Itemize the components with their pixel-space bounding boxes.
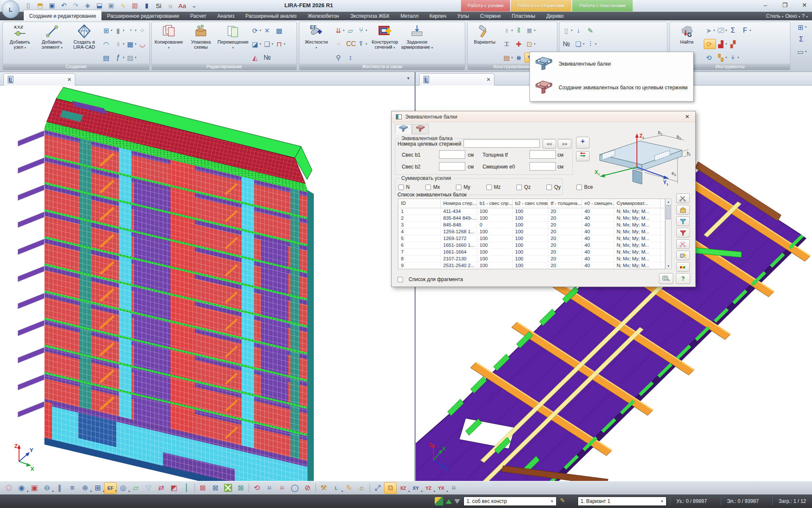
- sum2-icon[interactable]: Σ: [796, 35, 807, 44]
- loadcase-select[interactable]: 1. соб вес констр▼: [464, 497, 557, 506]
- ribbon-tab[interactable]: Создание и редактирование: [24, 10, 102, 20]
- undo-icon[interactable]: ↶: [59, 1, 69, 10]
- lines4-icon[interactable]: ⫶▾: [585, 39, 598, 49]
- menu-item[interactable]: Стиль ▾: [766, 12, 783, 20]
- red-beam-icon[interactable]: ⊓▾: [274, 39, 286, 49]
- book-icon[interactable]: ⬓: [95, 1, 104, 10]
- sum-checkbox[interactable]: Mx: [425, 184, 440, 190]
- axes-view-icon[interactable]: ⤢: [371, 482, 384, 494]
- menu-item[interactable]: ? ▾: [802, 12, 808, 20]
- fd-icon[interactable]: F▾: [740, 25, 752, 36]
- ribbon-tab[interactable]: Анализ: [212, 12, 240, 20]
- cylinder-icon[interactable]: ▮▾: [113, 25, 126, 36]
- ribbon-tab[interactable]: Стержни: [475, 12, 506, 20]
- dialog-tab-red-beam[interactable]: [412, 124, 429, 134]
- new-document-icon[interactable]: ▯: [24, 1, 33, 10]
- dialog-titlebar[interactable]: Эквивалентные балки ✕: [392, 111, 695, 122]
- column-header[interactable]: e0 - смещен...: [582, 199, 614, 208]
- ribbon-button[interactable]: Копирование ▾: [153, 23, 185, 63]
- num12-icon[interactable]: ⑵▾: [716, 25, 728, 36]
- stamp-icon[interactable]: ⊡▾: [524, 39, 538, 49]
- zoom-x-icon[interactable]: ⊘: [301, 482, 314, 494]
- table-row[interactable]: 51269-12721001002040N; Mx; My; M...: [398, 235, 665, 242]
- minus-icon[interactable]: ▭▾: [796, 47, 808, 56]
- bricks-icon[interactable]: ▤▾: [502, 52, 514, 63]
- numbering-icon[interactable]: №: [262, 52, 274, 63]
- yz-view-icon[interactable]: YZ▾: [422, 482, 435, 494]
- gridsel-icon[interactable]: ⊞▾: [91, 482, 104, 494]
- colorbar-button[interactable]: [676, 262, 690, 272]
- pluspen-icon[interactable]: ✚: [514, 39, 524, 49]
- ribbon-tab[interactable]: Железобетон: [302, 12, 344, 20]
- frame-nodes-icon[interactable]: ▣: [28, 482, 41, 494]
- tab-list-dropdown-icon[interactable]: ▼: [406, 76, 410, 80]
- gear-icon[interactable]: ☼: [166, 1, 175, 10]
- ribbon-tab[interactable]: Дерево: [541, 12, 569, 20]
- table-row[interactable]: 92531-2540 2...1001002040N; Mx; My; M...: [398, 262, 665, 269]
- minimize-button[interactable]: –: [761, 2, 770, 8]
- convert-button[interactable]: [676, 251, 690, 260]
- loads-icon[interactable]: ⇊▾: [333, 25, 346, 36]
- grid-red-icon[interactable]: ▞: [728, 39, 740, 49]
- xy-view-icon[interactable]: XY▾: [409, 482, 422, 494]
- maximize-button[interactable]: ❐: [781, 2, 789, 8]
- b1-input[interactable]: [439, 150, 465, 159]
- render-icon[interactable]: ◈: [83, 1, 92, 10]
- e0-input[interactable]: [529, 162, 556, 171]
- table-scrollbar[interactable]: ▲ ▼: [665, 199, 672, 269]
- mirror-icon[interactable]: ◪▾: [250, 39, 262, 49]
- ibeam-icon[interactable]: Ɪ: [502, 39, 514, 49]
- spring2-icon[interactable]: ⍭▾: [728, 52, 740, 63]
- select-icon[interactable]: ▩: [274, 25, 286, 36]
- pages2-icon[interactable]: ❏▾: [573, 39, 586, 49]
- table-row[interactable]: 41259-1268 1...1001002040N; Mx; My; M...: [398, 229, 665, 235]
- proj-icon[interactable]: ⌗: [447, 482, 460, 494]
- more-icon[interactable]: ⌄: [189, 1, 199, 10]
- column-header[interactable]: Суммироват...: [614, 199, 661, 208]
- app-logo-icon[interactable]: L: [2, 0, 19, 18]
- zfxy-icon[interactable]: ƒ▾: [113, 52, 126, 63]
- xz-view-icon[interactable]: XZ▾: [397, 482, 409, 494]
- loadcase-up-icon[interactable]: [446, 499, 452, 504]
- horizontal-icon[interactable]: ≡: [66, 482, 79, 494]
- flip-icon[interactable]: ⇄: [155, 482, 167, 494]
- loadsdown-icon[interactable]: ↓: [573, 25, 586, 36]
- cc12-icon[interactable]: CC: [346, 39, 356, 49]
- target-bars-input[interactable]: [464, 139, 540, 148]
- table-row[interactable]: 1411-4341001002040N; Mx; My; M...: [398, 208, 665, 215]
- menu-item[interactable]: Окно ▾: [785, 12, 800, 20]
- bars-icon[interactable]: ⫴: [514, 25, 524, 36]
- ribbon-tab[interactable]: Пластины: [506, 12, 541, 20]
- anchor-icon[interactable]: ⍒▾: [356, 39, 368, 49]
- cube-icon[interactable]: ⬨▾: [502, 25, 514, 36]
- ypin-icon[interactable]: ⑂▾: [356, 25, 368, 36]
- window-x2-icon[interactable]: ⊠: [234, 482, 247, 494]
- sum-checkbox[interactable]: My: [456, 184, 470, 190]
- dialog-tab-blue-beam[interactable]: [395, 124, 412, 134]
- close-view-icon[interactable]: ✕: [486, 77, 491, 83]
- funnel-icon[interactable]: ▽: [142, 482, 155, 494]
- column-header[interactable]: ID: [398, 199, 441, 208]
- table-row[interactable]: 2835-844 849-...1001002040N; Mx; My; M..…: [398, 215, 665, 222]
- save-icon[interactable]: ▣: [47, 1, 57, 10]
- dashed-plate-icon[interactable]: ▨▾: [125, 52, 137, 63]
- element-tool-icon[interactable]: ⊖▾: [41, 482, 53, 494]
- sep[interactable]: [368, 482, 371, 494]
- ribbon-button[interactable]: Перемещение ▾: [217, 23, 249, 63]
- sum-checkbox[interactable]: Qy: [546, 184, 560, 190]
- viewport-left-canvas[interactable]: ZYX: [0, 86, 414, 481]
- table-row[interactable]: 61651-1660 1...1001002040N; Mx; My; M...: [398, 242, 665, 249]
- cut-beam-button[interactable]: [676, 193, 690, 203]
- rotate-icon[interactable]: ⟳▾: [250, 25, 262, 36]
- hinge-icon[interactable]: ⚲: [333, 52, 346, 63]
- lruler-icon[interactable]: L▾: [330, 482, 343, 494]
- sum-checkbox[interactable]: N: [398, 184, 410, 190]
- export-button[interactable]: [659, 273, 673, 284]
- ribbon-tab[interactable]: Металл: [395, 12, 424, 20]
- gear2-icon[interactable]: ☼: [355, 482, 368, 494]
- unjoin-button[interactable]: [676, 239, 690, 249]
- loadcase-icon[interactable]: [435, 497, 443, 505]
- ribbon-tab[interactable]: Расчет: [185, 12, 212, 20]
- ribbon-tab[interactable]: Расширенное редактирование: [102, 12, 185, 20]
- rail-icon[interactable]: ⧻: [514, 52, 524, 63]
